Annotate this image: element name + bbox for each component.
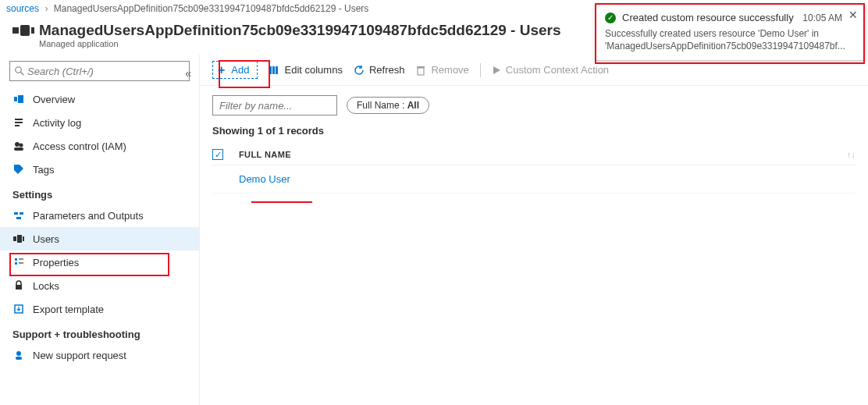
sidebar-item-new-support-request[interactable]: New support request xyxy=(0,343,199,367)
edit-columns-label: Edit columns xyxy=(284,64,342,76)
sidebar-item-label: Activity log xyxy=(33,117,81,129)
search-icon xyxy=(15,66,24,76)
notification-toast: ✕ ✓ Created custom resource successfully… xyxy=(595,3,865,61)
users-table: ✓ FULL NAME ↑↓ Demo User xyxy=(200,144,868,194)
svg-rect-9 xyxy=(15,125,20,126)
sidebar: Search (Ctrl+/) « Overview Activity log … xyxy=(0,55,200,405)
table-header: ✓ FULL NAME ↑↓ xyxy=(212,144,856,165)
table-row[interactable]: Demo User xyxy=(212,165,856,194)
svg-rect-5 xyxy=(14,97,17,101)
sidebar-item-label: Overview xyxy=(33,94,75,105)
sidebar-item-locks[interactable]: Locks xyxy=(0,274,199,297)
toast-body: Successfully created users resource 'Dem… xyxy=(605,28,842,52)
main-pane: + Add Edit columns Refresh Remove Custom… xyxy=(200,55,868,405)
remove-button[interactable]: Remove xyxy=(415,64,468,76)
plus-icon: + xyxy=(218,65,225,76)
sidebar-item-tags[interactable]: Tags xyxy=(0,158,199,181)
sidebar-item-label: Access control (IAM) xyxy=(33,140,126,152)
search-input[interactable]: Search (Ctrl+/) xyxy=(9,61,190,81)
svg-rect-26 xyxy=(16,357,22,360)
select-all-checkbox[interactable]: ✓ xyxy=(212,149,223,160)
svg-rect-15 xyxy=(16,217,21,219)
sidebar-item-parameters[interactable]: Parameters and Outputs xyxy=(0,204,199,227)
sidebar-item-label: New support request xyxy=(33,350,126,361)
user-link[interactable]: Demo User xyxy=(239,173,290,185)
svg-point-10 xyxy=(15,142,20,147)
svg-rect-27 xyxy=(269,66,272,74)
activity-log-icon xyxy=(12,117,25,128)
svg-rect-22 xyxy=(19,262,23,264)
svg-rect-23 xyxy=(16,285,22,290)
sidebar-item-label: Tags xyxy=(33,164,54,176)
success-icon: ✓ xyxy=(605,12,616,23)
sidebar-item-activity-log[interactable]: Activity log xyxy=(0,111,199,134)
sidebar-item-label: Users xyxy=(33,233,59,245)
people-icon xyxy=(12,140,25,151)
filter-bar: Full Name : All xyxy=(200,86,868,125)
refresh-button[interactable]: Refresh xyxy=(354,64,405,76)
svg-rect-19 xyxy=(15,258,17,261)
export-icon xyxy=(12,304,25,314)
column-full-name[interactable]: FULL NAME xyxy=(239,150,847,159)
breadcrumb-current: ManagedUsersAppDefinition75cb09e33199471… xyxy=(54,3,369,14)
sidebar-header-settings: Settings xyxy=(0,181,199,204)
toolbar-divider xyxy=(480,63,481,77)
app-icon xyxy=(12,23,34,37)
tag-icon xyxy=(12,164,25,175)
context-label: Custom Context Action xyxy=(506,64,609,76)
record-count: Showing 1 of 1 records xyxy=(200,125,868,144)
search-placeholder: Search (Ctrl+/) xyxy=(27,66,94,77)
svg-rect-6 xyxy=(18,95,23,103)
close-icon[interactable]: ✕ xyxy=(848,9,858,21)
add-button[interactable]: + Add xyxy=(212,61,258,79)
sidebar-item-overview[interactable]: Overview xyxy=(0,87,199,111)
custom-context-action-button[interactable]: Custom Context Action xyxy=(492,64,609,76)
filter-pill-fullname[interactable]: Full Name : All xyxy=(347,97,429,114)
svg-rect-18 xyxy=(23,236,24,241)
svg-rect-20 xyxy=(19,258,23,260)
sort-icon[interactable]: ↑↓ xyxy=(847,150,856,159)
svg-rect-31 xyxy=(417,66,425,68)
trash-icon xyxy=(415,65,426,76)
sidebar-item-access-control[interactable]: Access control (IAM) xyxy=(0,134,199,158)
sidebar-item-label: Locks xyxy=(33,280,59,292)
play-icon xyxy=(492,66,501,75)
remove-label: Remove xyxy=(431,64,468,76)
toast-title: Created custom resource successfully xyxy=(622,12,796,23)
filter-input[interactable] xyxy=(212,95,337,115)
svg-rect-12 xyxy=(14,147,23,151)
sidebar-item-label: Properties xyxy=(33,257,79,268)
sidebar-item-label: Export template xyxy=(33,304,104,315)
sidebar-item-label: Parameters and Outputs xyxy=(33,210,144,222)
svg-line-4 xyxy=(21,73,24,76)
sidebar-header-support: Support + troubleshooting xyxy=(0,321,199,343)
edit-columns-button[interactable]: Edit columns xyxy=(269,64,342,76)
svg-rect-17 xyxy=(17,235,22,243)
collapse-sidebar-icon[interactable]: « xyxy=(185,67,191,80)
users-icon xyxy=(12,235,25,243)
svg-rect-16 xyxy=(13,236,16,241)
svg-rect-13 xyxy=(14,212,18,215)
properties-icon xyxy=(12,257,25,268)
pill-value: All xyxy=(407,100,419,111)
add-label: Add xyxy=(231,64,249,76)
svg-rect-29 xyxy=(276,66,278,74)
svg-rect-1 xyxy=(20,25,30,36)
sidebar-item-export-template[interactable]: Export template xyxy=(0,297,199,321)
page-title: ManagedUsersAppDefinition75cb09e33199471… xyxy=(39,22,561,39)
breadcrumb-prev[interactable]: sources xyxy=(6,3,39,14)
columns-icon xyxy=(269,65,279,76)
svg-rect-28 xyxy=(272,66,275,74)
chevron-right-icon: › xyxy=(44,3,48,14)
sidebar-item-users[interactable]: Users xyxy=(0,227,199,250)
support-icon xyxy=(12,350,25,361)
svg-rect-30 xyxy=(418,68,424,75)
svg-rect-14 xyxy=(20,212,23,215)
svg-point-25 xyxy=(16,351,21,356)
svg-rect-7 xyxy=(15,119,23,120)
toast-time: 10:05 AM xyxy=(802,12,842,23)
svg-point-11 xyxy=(20,144,23,147)
svg-rect-2 xyxy=(31,27,34,34)
svg-point-3 xyxy=(16,67,22,73)
sidebar-item-properties[interactable]: Properties xyxy=(0,250,199,274)
